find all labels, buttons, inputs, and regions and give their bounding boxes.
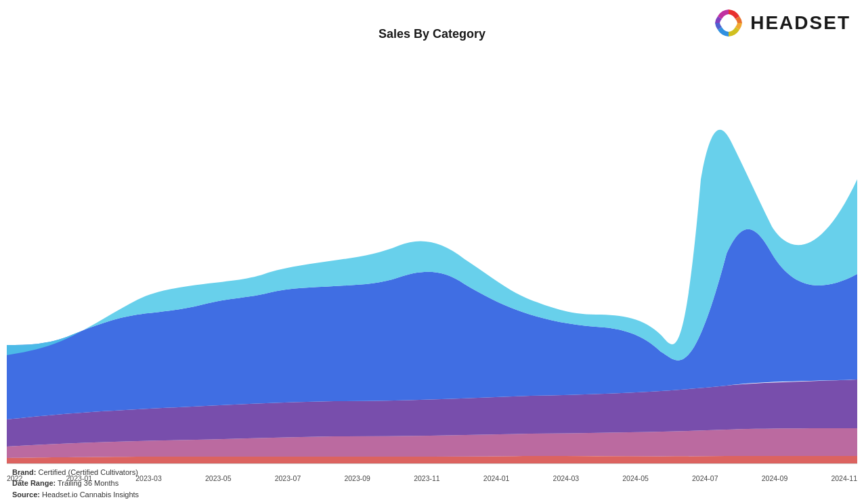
area-chart-svg: [7, 44, 857, 467]
x-label-6: 2023-11: [414, 474, 440, 482]
x-label-4: 2023-07: [275, 474, 301, 482]
x-label-10: 2024-07: [692, 474, 718, 482]
x-label-9: 2024-05: [622, 474, 649, 482]
date-value: Trailing 36 Months: [58, 479, 118, 487]
chart-title: Sales By Category: [379, 27, 485, 41]
x-label-2: 2023-03: [135, 474, 162, 482]
brand-label: Brand:: [12, 468, 36, 476]
x-label-3: 2023-05: [205, 474, 232, 482]
headset-logo-icon: [712, 7, 745, 39]
chart-container: HEADSET Sales By Category Beverage Conce…: [0, 0, 864, 504]
brand-value: Certified (Certified Cultivators): [39, 468, 138, 476]
logo-text: HEADSET: [750, 12, 850, 34]
svg-point-1: [722, 17, 735, 29]
source-value: Headset.io Cannabis Insights: [42, 490, 139, 499]
source-label: Source:: [12, 490, 40, 499]
x-label-11: 2024-09: [762, 474, 788, 482]
x-label-5: 2023-09: [344, 474, 370, 482]
footer-info: Brand: Certified (Certified Cultivators)…: [12, 467, 139, 501]
header-logo: HEADSET: [712, 7, 850, 39]
x-label-7: 2024-01: [483, 474, 510, 482]
x-label-8: 2024-03: [553, 474, 580, 482]
area-beverage: [7, 456, 857, 463]
date-label: Date Range:: [12, 479, 56, 487]
x-label-12: 2024-11: [831, 474, 857, 482]
